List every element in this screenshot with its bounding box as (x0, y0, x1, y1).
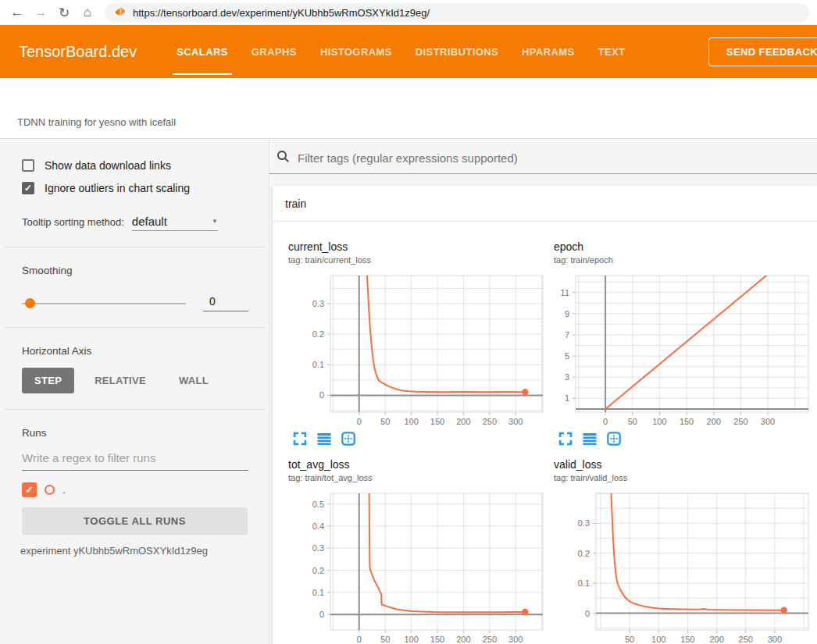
settings-sidebar: Show data download links ✓ Ignore outlie… (0, 139, 269, 644)
chart-plot-valid_loss[interactable]: 5010015020025030000.10.20.3 (548, 490, 810, 644)
fit-domain-icon[interactable] (607, 432, 621, 446)
chart-plot-current_loss[interactable]: 05010015020025030000.10.20.3 (282, 272, 544, 429)
svg-text:0: 0 (319, 610, 324, 619)
svg-text:300: 300 (508, 417, 523, 426)
svg-text:200: 200 (456, 635, 470, 644)
svg-text:300: 300 (768, 635, 782, 644)
svg-text:3: 3 (565, 372, 569, 382)
tab-graphs[interactable]: GRAPHS (240, 25, 309, 78)
svg-text:5: 5 (565, 351, 569, 361)
svg-text:0.3: 0.3 (578, 518, 590, 528)
svg-text:50: 50 (380, 635, 390, 644)
smoothing-slider[interactable] (22, 303, 186, 304)
svg-text:250: 250 (739, 635, 753, 644)
chart-card-epoch: epochtag: train/epoch0501001502002503001… (541, 228, 807, 446)
svg-text:250: 250 (483, 635, 497, 644)
browser-toolbar: ← → ↻ ⌂ https://tensorboard.dev/experime… (0, 0, 817, 25)
svg-text:300: 300 (761, 417, 775, 426)
tag-group-card: train current_losstag: train/current_los… (273, 186, 817, 644)
axis-button-step[interactable]: STEP (22, 368, 74, 393)
tab-histograms[interactable]: HISTOGRAMS (309, 25, 404, 78)
checkmark-icon: ✓ (24, 183, 32, 193)
horizontal-axis-buttons: STEPRELATIVEWALL (22, 368, 248, 393)
send-feedback-button[interactable]: SEND FEEDBACK (708, 37, 817, 66)
chart-tag: tag: train/epoch (548, 255, 807, 265)
expand-icon[interactable] (558, 432, 573, 446)
svg-text:200: 200 (456, 417, 470, 426)
sidebar-divider (4, 327, 266, 328)
chart-card-current_loss: current_losstag: train/current_loss05010… (276, 228, 541, 446)
address-bar[interactable]: https://tensorboard.dev/experiment/yKUbh… (105, 3, 809, 23)
app-logo[interactable]: TensorBoard.dev (19, 43, 137, 61)
tooltip-sorting-value: default (132, 215, 167, 228)
tensorboard-favicon (114, 5, 127, 20)
chart-title: tot_avg_loss (282, 458, 541, 471)
smoothing-slider-thumb[interactable] (25, 298, 35, 308)
show-download-links-row[interactable]: Show data download links (22, 159, 248, 172)
chart-actions (282, 432, 541, 446)
checkmark-icon: ✓ (25, 485, 34, 495)
filter-tags-placeholder: Filter tags (regular expressions support… (298, 151, 518, 165)
svg-text:0.3: 0.3 (312, 299, 324, 308)
runs-filter-input[interactable]: Write a regex to filter runs (22, 451, 248, 471)
toggle-all-runs-button[interactable]: TOGGLE ALL RUNS (22, 507, 248, 535)
filter-tags-field[interactable]: Filter tags (regular expressions support… (269, 139, 817, 174)
svg-text:200: 200 (707, 417, 721, 426)
svg-text:0.4: 0.4 (312, 521, 324, 531)
run-checkbox[interactable]: ✓ (22, 482, 37, 497)
svg-text:1: 1 (565, 393, 569, 403)
svg-text:0: 0 (357, 417, 362, 426)
url-text: https://tensorboard.dev/experiment/yKUbh… (133, 7, 430, 19)
svg-text:0.1: 0.1 (578, 578, 590, 588)
ignore-outliers-label: Ignore outliers in chart scaling (45, 182, 190, 194)
svg-text:0.1: 0.1 (312, 360, 324, 369)
fit-domain-icon[interactable] (341, 432, 355, 446)
tab-text[interactable]: TEXT (587, 25, 637, 78)
smoothing-value-input[interactable]: 0 (203, 295, 248, 311)
show-download-links-checkbox[interactable] (22, 159, 34, 172)
tab-distributions[interactable]: DISTRIBUTIONS (404, 25, 510, 78)
scalars-dashboard: Filter tags (regular expressions support… (269, 139, 817, 644)
chart-title: current_loss (282, 240, 541, 253)
svg-text:250: 250 (483, 417, 497, 426)
axis-button-wall[interactable]: WALL (166, 368, 221, 393)
svg-text:150: 150 (680, 635, 694, 644)
browser-back-icon[interactable]: ← (6, 2, 28, 23)
svg-text:250: 250 (733, 417, 747, 426)
svg-text:150: 150 (430, 417, 444, 426)
sidebar-divider (4, 409, 266, 410)
horizontal-axis-label: Horizontal Axis (22, 345, 248, 357)
svg-text:0.3: 0.3 (312, 543, 324, 553)
chart-tag: tag: train/valid_loss (548, 473, 807, 482)
chart-tag: tag: train/tot_avg_loss (282, 473, 541, 482)
svg-text:100: 100 (652, 417, 666, 426)
browser-home-icon[interactable]: ⌂ (77, 2, 98, 23)
sidebar-divider (4, 247, 266, 247)
tooltip-sorting-dropdown[interactable]: default ▼ (132, 215, 218, 231)
run-list-item[interactable]: ✓ . (22, 482, 248, 497)
tab-hparams[interactable]: HPARAMS (510, 25, 587, 78)
svg-text:0.2: 0.2 (578, 549, 590, 558)
ignore-outliers-row[interactable]: ✓ Ignore outliers in chart scaling (22, 182, 248, 194)
chart-tag: tag: train/current_loss (282, 255, 541, 265)
run-color-swatch (45, 485, 55, 495)
chart-plot-tot_avg_loss[interactable]: 05010015020025030000.10.20.30.40.5 (282, 490, 544, 644)
chevron-down-icon: ▼ (212, 218, 218, 225)
browser-forward-icon[interactable]: → (30, 2, 52, 23)
data-table-icon[interactable] (317, 432, 331, 446)
expand-icon[interactable] (293, 432, 307, 446)
svg-text:300: 300 (508, 635, 523, 644)
browser-reload-icon[interactable]: ↻ (53, 2, 75, 23)
chart-actions (548, 432, 807, 446)
svg-text:50: 50 (380, 417, 390, 426)
chart-card-tot_avg_loss: tot_avg_losstag: train/tot_avg_loss05010… (276, 446, 541, 644)
ignore-outliers-checkbox[interactable]: ✓ (22, 182, 34, 194)
data-table-icon[interactable] (583, 432, 597, 446)
tab-scalars[interactable]: SCALARS (165, 25, 240, 78)
svg-text:150: 150 (430, 635, 444, 644)
chart-plot-epoch[interactable]: 0501001502002503001357911 (548, 272, 810, 429)
svg-text:11: 11 (561, 288, 569, 297)
tag-group-header-train[interactable]: train (273, 186, 817, 222)
axis-button-relative[interactable]: RELATIVE (82, 368, 159, 393)
svg-text:50: 50 (628, 417, 637, 426)
